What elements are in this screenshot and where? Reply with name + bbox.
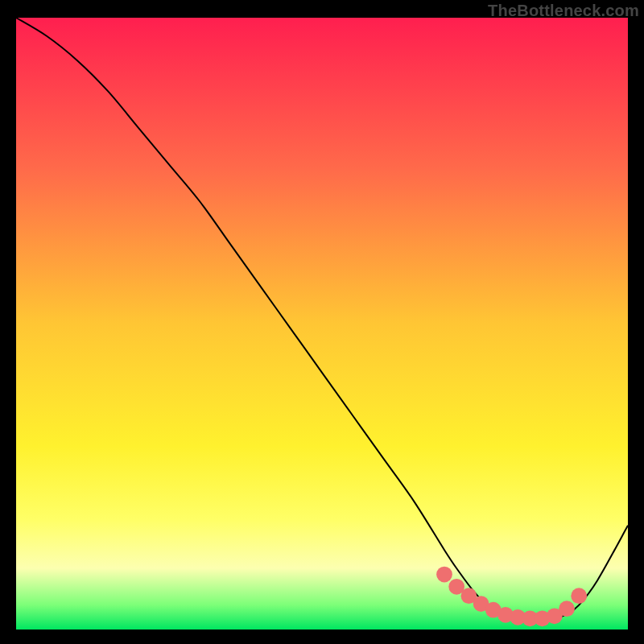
highlight-dot	[571, 588, 587, 604]
plot-area	[16, 18, 628, 630]
highlight-dot	[436, 567, 452, 583]
curve-path	[16, 18, 628, 621]
optimal-range-dots	[436, 567, 587, 626]
chart-frame: TheBottleneck.com	[0, 0, 644, 644]
highlight-dot	[559, 601, 575, 617]
bottleneck-curve	[16, 18, 628, 630]
